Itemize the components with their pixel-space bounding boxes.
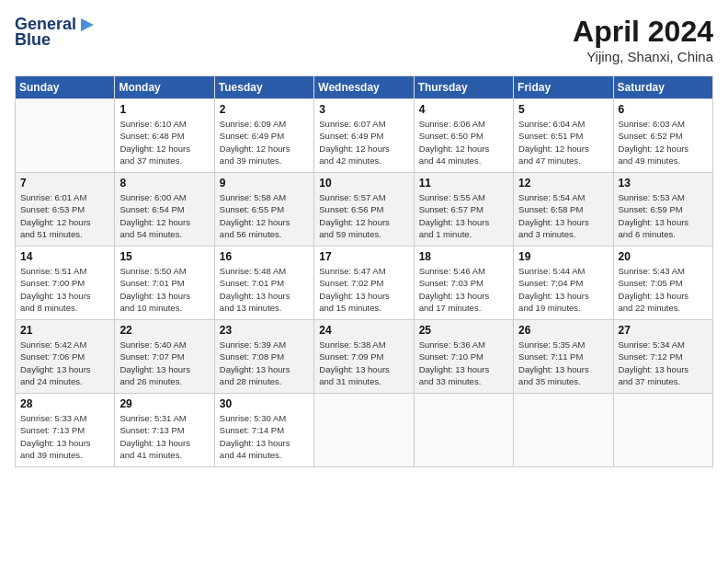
day-number: 3 xyxy=(319,103,408,116)
calendar-cell: 4Sunrise: 6:06 AMSunset: 6:50 PMDaylight… xyxy=(414,99,513,173)
day-number: 5 xyxy=(518,103,608,116)
day-info: Sunrise: 6:09 AMSunset: 6:49 PMDaylight:… xyxy=(220,118,309,167)
calendar-cell xyxy=(613,394,712,467)
day-number: 11 xyxy=(419,177,508,190)
day-info: Sunrise: 6:00 AMSunset: 6:54 PMDaylight:… xyxy=(119,191,209,240)
day-info: Sunrise: 5:53 AMSunset: 6:59 PMDaylight:… xyxy=(619,191,708,240)
day-info: Sunrise: 5:54 AMSunset: 6:58 PMDaylight:… xyxy=(518,191,608,240)
day-info: Sunrise: 5:38 AMSunset: 7:09 PMDaylight:… xyxy=(319,339,408,387)
day-info: Sunrise: 6:10 AMSunset: 6:48 PMDaylight:… xyxy=(119,118,209,167)
day-info: Sunrise: 5:55 AMSunset: 6:57 PMDaylight:… xyxy=(419,191,508,240)
title-block: April 2024 Yijing, Shanxi, China xyxy=(573,15,713,64)
day-number: 14 xyxy=(20,250,109,263)
calendar-cell: 15Sunrise: 5:50 AMSunset: 7:01 PMDayligh… xyxy=(115,247,214,320)
calendar-cell: 5Sunrise: 6:04 AMSunset: 6:51 PMDaylight… xyxy=(514,99,613,173)
calendar-cell: 28Sunrise: 5:33 AMSunset: 7:13 PMDayligh… xyxy=(16,394,115,467)
day-number: 30 xyxy=(220,397,309,410)
day-number: 15 xyxy=(119,250,209,263)
calendar-cell: 24Sunrise: 5:38 AMSunset: 7:09 PMDayligh… xyxy=(314,320,414,394)
day-info: Sunrise: 5:44 AMSunset: 7:04 PMDaylight:… xyxy=(518,265,608,314)
day-info: Sunrise: 5:47 AMSunset: 7:02 PMDaylight:… xyxy=(319,265,408,314)
calendar-cell: 26Sunrise: 5:35 AMSunset: 7:11 PMDayligh… xyxy=(514,320,613,394)
day-number: 7 xyxy=(20,177,109,190)
day-info: Sunrise: 5:36 AMSunset: 7:10 PMDaylight:… xyxy=(419,339,508,387)
weekday-header-row: SundayMondayTuesdayWednesdayThursdayFrid… xyxy=(16,76,713,99)
calendar-week-row: 14Sunrise: 5:51 AMSunset: 7:00 PMDayligh… xyxy=(16,247,713,320)
calendar-cell: 16Sunrise: 5:48 AMSunset: 7:01 PMDayligh… xyxy=(214,247,313,320)
day-number: 4 xyxy=(419,103,508,116)
day-info: Sunrise: 5:42 AMSunset: 7:06 PMDaylight:… xyxy=(20,339,109,387)
day-number: 24 xyxy=(319,324,408,337)
page-header: General Blue April 2024 Yijing, Shanxi, … xyxy=(15,15,713,64)
calendar-week-row: 21Sunrise: 5:42 AMSunset: 7:06 PMDayligh… xyxy=(16,320,713,394)
weekday-header-monday: Monday xyxy=(115,76,214,99)
day-info: Sunrise: 6:07 AMSunset: 6:49 PMDaylight:… xyxy=(319,118,408,167)
day-number: 26 xyxy=(518,324,608,337)
day-info: Sunrise: 5:58 AMSunset: 6:55 PMDaylight:… xyxy=(220,191,309,240)
day-number: 20 xyxy=(619,250,708,263)
calendar-cell: 13Sunrise: 5:53 AMSunset: 6:59 PMDayligh… xyxy=(613,173,712,247)
month-year-title: April 2024 xyxy=(573,15,713,49)
day-info: Sunrise: 5:34 AMSunset: 7:12 PMDaylight:… xyxy=(619,339,708,387)
calendar-cell xyxy=(16,99,115,173)
day-number: 25 xyxy=(419,324,508,337)
day-number: 22 xyxy=(119,324,209,337)
day-info: Sunrise: 5:31 AMSunset: 7:13 PMDaylight:… xyxy=(119,412,209,461)
day-info: Sunrise: 6:04 AMSunset: 6:51 PMDaylight:… xyxy=(518,118,608,167)
day-number: 28 xyxy=(20,397,109,410)
day-info: Sunrise: 6:03 AMSunset: 6:52 PMDaylight:… xyxy=(619,118,708,167)
calendar-cell xyxy=(514,394,613,467)
calendar-cell: 25Sunrise: 5:36 AMSunset: 7:10 PMDayligh… xyxy=(414,320,513,394)
calendar-cell: 2Sunrise: 6:09 AMSunset: 6:49 PMDaylight… xyxy=(214,99,313,173)
weekday-header-wednesday: Wednesday xyxy=(314,76,414,99)
day-info: Sunrise: 5:40 AMSunset: 7:07 PMDaylight:… xyxy=(119,339,209,387)
calendar-cell: 10Sunrise: 5:57 AMSunset: 6:56 PMDayligh… xyxy=(314,173,414,247)
day-number: 21 xyxy=(20,324,109,337)
weekday-header-thursday: Thursday xyxy=(414,76,513,99)
day-info: Sunrise: 6:01 AMSunset: 6:53 PMDaylight:… xyxy=(20,191,109,240)
day-number: 27 xyxy=(619,324,708,337)
calendar-week-row: 1Sunrise: 6:10 AMSunset: 6:48 PMDaylight… xyxy=(16,99,713,173)
calendar-cell: 19Sunrise: 5:44 AMSunset: 7:04 PMDayligh… xyxy=(514,247,613,320)
calendar-cell: 20Sunrise: 5:43 AMSunset: 7:05 PMDayligh… xyxy=(613,247,712,320)
day-info: Sunrise: 5:46 AMSunset: 7:03 PMDaylight:… xyxy=(419,265,508,314)
calendar-cell: 9Sunrise: 5:58 AMSunset: 6:55 PMDaylight… xyxy=(214,173,313,247)
calendar-cell: 6Sunrise: 6:03 AMSunset: 6:52 PMDaylight… xyxy=(613,99,712,173)
day-number: 10 xyxy=(319,177,408,190)
weekday-header-saturday: Saturday xyxy=(613,76,712,99)
calendar-cell: 27Sunrise: 5:34 AMSunset: 7:12 PMDayligh… xyxy=(613,320,712,394)
logo-text-block: General Blue xyxy=(15,15,96,50)
calendar-cell: 8Sunrise: 6:00 AMSunset: 6:54 PMDaylight… xyxy=(115,173,214,247)
day-number: 6 xyxy=(619,103,708,116)
calendar-cell: 30Sunrise: 5:30 AMSunset: 7:14 PMDayligh… xyxy=(214,394,313,467)
calendar-cell: 1Sunrise: 6:10 AMSunset: 6:48 PMDaylight… xyxy=(115,99,214,173)
day-number: 18 xyxy=(419,250,508,263)
day-number: 1 xyxy=(119,103,209,116)
day-info: Sunrise: 5:57 AMSunset: 6:56 PMDaylight:… xyxy=(319,191,408,240)
day-number: 19 xyxy=(518,250,608,263)
day-info: Sunrise: 6:06 AMSunset: 6:50 PMDaylight:… xyxy=(419,118,508,167)
calendar-cell: 12Sunrise: 5:54 AMSunset: 6:58 PMDayligh… xyxy=(514,173,613,247)
weekday-header-sunday: Sunday xyxy=(16,76,115,99)
day-number: 13 xyxy=(619,177,708,190)
calendar-cell: 11Sunrise: 5:55 AMSunset: 6:57 PMDayligh… xyxy=(414,173,513,247)
day-info: Sunrise: 5:33 AMSunset: 7:13 PMDaylight:… xyxy=(20,412,109,461)
day-number: 16 xyxy=(220,250,309,263)
day-number: 29 xyxy=(119,397,209,410)
calendar-cell xyxy=(414,394,513,467)
day-info: Sunrise: 5:48 AMSunset: 7:01 PMDaylight:… xyxy=(220,265,309,314)
day-info: Sunrise: 5:30 AMSunset: 7:14 PMDaylight:… xyxy=(220,412,309,461)
calendar-cell: 7Sunrise: 6:01 AMSunset: 6:53 PMDaylight… xyxy=(16,173,115,247)
day-info: Sunrise: 5:35 AMSunset: 7:11 PMDaylight:… xyxy=(518,339,608,387)
day-number: 2 xyxy=(220,103,309,116)
day-number: 12 xyxy=(518,177,608,190)
calendar-cell xyxy=(314,394,414,467)
day-number: 17 xyxy=(319,250,408,263)
calendar-cell: 22Sunrise: 5:40 AMSunset: 7:07 PMDayligh… xyxy=(115,320,214,394)
calendar-cell: 18Sunrise: 5:46 AMSunset: 7:03 PMDayligh… xyxy=(414,247,513,320)
location-subtitle: Yijing, Shanxi, China xyxy=(573,49,713,64)
logo: General Blue xyxy=(15,15,96,50)
weekday-header-friday: Friday xyxy=(514,76,613,99)
day-number: 9 xyxy=(220,177,309,190)
day-number: 8 xyxy=(119,177,209,190)
